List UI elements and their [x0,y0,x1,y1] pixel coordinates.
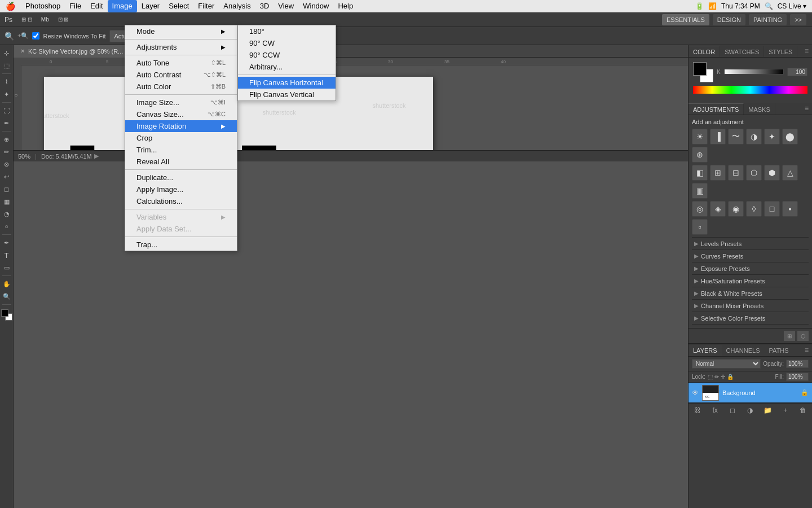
painting-btn[interactable]: PAINTING [749,14,787,25]
rotation-90cw[interactable]: 90° CW [238,37,336,49]
new-layer-btn[interactable]: + [780,406,791,415]
channel-mixer-adj-btn[interactable]: ⊟ [728,165,744,181]
layer-visibility-icon[interactable]: 👁 [692,389,699,397]
menubar-layer[interactable]: Layer [137,0,165,12]
menu-adjustments[interactable]: Adjustments ▶ [125,41,237,53]
panel-menu-icon[interactable]: ≡ [801,45,812,57]
spotlight-icon[interactable]: 🔍 [765,2,773,10]
tab-paths[interactable]: PATHS [765,345,793,356]
menubar-select[interactable]: Select [164,0,193,12]
zoom-tool[interactable]: 🔍 [1,291,12,302]
tab-masks[interactable]: MASKS [744,103,775,115]
rotation-arbitrary[interactable]: Arbitrary... [238,61,336,73]
type-tool[interactable]: T [1,249,12,261]
k-value-input[interactable] [787,68,807,76]
doc-tab-item[interactable]: ✕ KC Skyline Vector.jpg @ 50% (R... [14,45,130,58]
adj-btn6[interactable]: ▪ [782,201,798,217]
fg-bg-swatch[interactable] [693,62,713,82]
menubar-edit[interactable]: Edit [86,0,107,12]
magic-wand-tool[interactable]: ✦ [1,89,12,100]
opacity-input[interactable] [786,360,809,368]
flip-canvas-vertical[interactable]: Flip Canvas Vertical [238,89,336,100]
tab-layers[interactable]: LAYERS [689,345,722,356]
hand-tool[interactable]: ✋ [1,278,12,290]
levels-adj-btn[interactable]: ▐ [710,129,726,144]
bw-adj-btn[interactable]: ◧ [692,165,708,181]
cs-live-btn[interactable]: CS Live ▾ [778,2,806,10]
tab-channels[interactable]: CHANNELS [722,345,765,356]
new-adj-layer-btn[interactable]: ◉ [728,201,744,217]
tab-adjustments[interactable]: ADJUSTMENTS [689,103,744,115]
crop-tool[interactable]: ⛶ [1,105,12,116]
adj-btn4[interactable]: ◊ [746,201,762,217]
link-layers-btn[interactable]: ⛓ [692,406,703,415]
curves-presets-row[interactable]: ▶ Curves Presets [692,250,809,262]
eraser-tool[interactable]: ◻ [1,183,12,195]
tab-color[interactable]: COLOR [689,46,720,57]
exposure-presets-row[interactable]: ▶ Exposure Presets [692,262,809,275]
lock-all-icon[interactable]: 🔒 [727,374,734,380]
hue-sat-adj-btn[interactable]: ⬤ [782,129,798,144]
tab-styles[interactable]: STYLES [764,46,797,57]
menubar-view[interactable]: View [273,0,298,12]
brightness-adj-btn[interactable]: ☀ [692,129,708,144]
menu-apply-image[interactable]: Apply Image... [125,183,237,195]
lock-position-icon[interactable]: ✛ [721,374,725,380]
menu-auto-contrast[interactable]: Auto Contrast ⌥⇧⌘L [125,69,237,81]
shape-tool[interactable]: ▭ [1,262,12,273]
layers-panel-menu[interactable]: ≡ [801,344,812,356]
more-workspaces-btn[interactable]: >> [790,14,806,25]
adj-btn5[interactable]: □ [764,201,780,217]
blur-tool[interactable]: ◔ [1,208,12,220]
tab-swatches[interactable]: SWATCHES [720,46,764,57]
doc-close-icon[interactable]: ✕ [20,45,25,58]
gradient-map-adj-btn[interactable]: ▥ [692,183,708,199]
selective-color-presets-row[interactable]: ▶ Selective Color Presets [692,312,809,325]
menubar-3d[interactable]: 3D [255,0,274,12]
adj-panel-menu-icon[interactable]: ≡ [801,102,812,115]
exposure-adj-btn[interactable]: ◑ [746,129,762,144]
rotation-90ccw[interactable]: 90° CCW [238,49,336,61]
pen-tool[interactable]: ✒ [1,237,12,248]
menu-duplicate[interactable]: Duplicate... [125,172,237,183]
background-layer-item[interactable]: 👁 KC Background 🔒 [689,383,812,403]
menu-auto-color[interactable]: Auto Color ⇧⌘B [125,81,237,93]
lock-image-icon[interactable]: ✏ [714,374,719,380]
menu-crop[interactable]: Crop [125,132,237,144]
new-fill-layer-btn[interactable]: ◈ [710,201,726,217]
menubar-help[interactable]: Help [333,0,358,12]
resize-windows-checkbox[interactable] [32,32,39,40]
apple-logo-icon[interactable]: 🍎 [6,2,15,11]
add-mask-btn[interactable]: ◻ [727,406,738,415]
invert-adj-btn[interactable]: ⬡ [746,165,762,181]
menu-image-rotation[interactable]: Image Rotation ▶ [125,120,237,132]
lasso-tool[interactable]: ⌇ [1,76,12,87]
menubar-photoshop[interactable]: Photoshop [21,0,65,12]
menu-calculations[interactable]: Calculations... [125,195,237,207]
blend-mode-select[interactable]: Normal Multiply Screen Overlay [692,359,761,369]
menubar-file[interactable]: File [65,0,86,12]
menu-canvas-size[interactable]: Canvas Size... ⌥⌘C [125,108,237,120]
design-btn[interactable]: DESIGN [713,14,745,25]
color-spectrum-bar[interactable] [693,86,807,94]
gradient-tool[interactable]: ▦ [1,196,12,207]
essentials-btn[interactable]: ESSENTIALS [662,14,709,25]
adj-btn7[interactable]: ▫ [692,219,708,235]
delete-layer-btn[interactable]: 🗑 [797,406,809,415]
menu-image-size[interactable]: Image Size... ⌥⌘I [125,97,237,108]
marquee-tool[interactable]: ⬚ [1,60,12,71]
curves-adj-btn[interactable]: 〜 [728,129,744,144]
bw-presets-row[interactable]: ▶ Black & White Presets [692,287,809,300]
add-style-btn[interactable]: fx [709,406,721,415]
selective-color-adj-btn[interactable]: ◎ [692,201,708,217]
new-fill-adj-btn[interactable]: ◑ [744,406,756,415]
fill-input[interactable] [786,373,809,381]
rotation-180[interactable]: 180° [238,25,336,37]
threshold-adj-btn[interactable]: △ [782,165,798,181]
brush-tool[interactable]: ✏ [1,146,12,157]
new-group-btn[interactable]: 📁 [762,406,774,415]
adj-icon-btn-a[interactable]: ⊞ [784,331,795,341]
dodge-tool[interactable]: ○ [1,221,12,232]
fg-color-swatch[interactable] [693,62,707,76]
color-balance-adj-btn[interactable]: ⊕ [692,147,708,163]
